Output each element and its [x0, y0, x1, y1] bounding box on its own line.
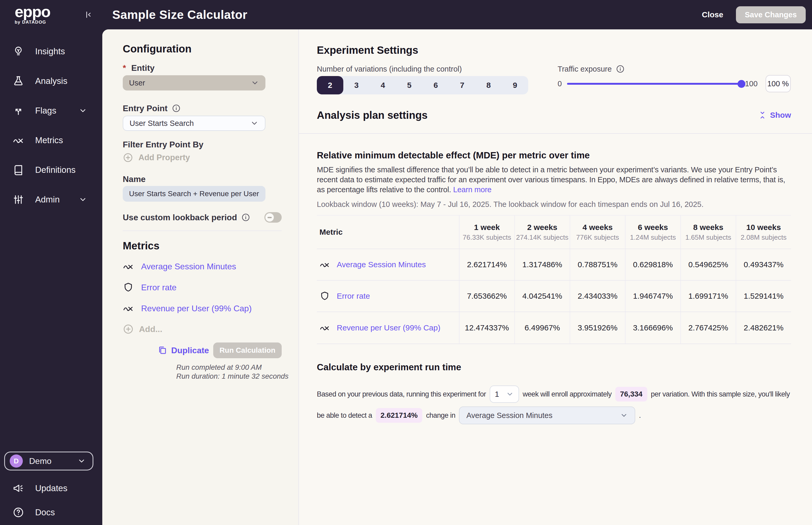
- column-subheader: 776K subjects: [576, 234, 619, 241]
- metric-line-icon: [123, 261, 134, 272]
- chevron-down-icon: [620, 411, 628, 419]
- entry-point-select[interactable]: User Starts Search: [123, 116, 266, 131]
- entity-field: *Entity User: [123, 63, 282, 90]
- mde-value: 1.529141%: [736, 281, 791, 312]
- filter-label: Filter Entry Point By: [123, 140, 204, 149]
- mde-value: 2.434033%: [570, 281, 625, 312]
- column-header: 8 weeks: [693, 223, 723, 232]
- plus-circle-icon: [123, 152, 133, 163]
- sidebar-item-insights[interactable]: Insights: [0, 40, 102, 63]
- settings-panel: Experiment Settings Number of variations…: [299, 29, 812, 525]
- column-header: 2 weeks: [527, 223, 557, 232]
- variation-option-2[interactable]: 2: [317, 76, 343, 94]
- variation-option-5[interactable]: 5: [396, 76, 422, 94]
- variation-option-3[interactable]: 3: [343, 76, 370, 94]
- mde-value: 0.549625%: [680, 249, 736, 280]
- variation-option-4[interactable]: 4: [370, 76, 396, 94]
- close-button[interactable]: Close: [702, 10, 723, 19]
- column-subheader: 274.14K subjects: [516, 234, 568, 241]
- mde-value: 0.629818%: [625, 249, 680, 280]
- metric-link[interactable]: Average Session Minutes: [141, 262, 236, 271]
- metric-line-icon: [319, 259, 330, 270]
- metric-line-icon: [123, 303, 134, 314]
- info-icon[interactable]: [241, 213, 250, 222]
- sidebar-item-docs[interactable]: Docs: [0, 501, 102, 524]
- sidebar-item-label: Metrics: [35, 135, 63, 145]
- add-metric-button[interactable]: Add...: [123, 324, 282, 335]
- flask-icon: [13, 75, 24, 87]
- run-calculation-button[interactable]: Run Calculation: [213, 343, 282, 358]
- mde-value: 6.49967%: [514, 312, 570, 344]
- workspace-switcher[interactable]: D Demo: [4, 452, 93, 470]
- table-header: Metric 1 week76.33K subjects 2 weeks274.…: [317, 215, 791, 249]
- add-property-button[interactable]: Add Property: [123, 152, 282, 163]
- logo-subtext: by DATADOG: [15, 20, 72, 25]
- sidebar-item-updates[interactable]: Updates: [0, 477, 102, 500]
- metric-link[interactable]: Error rate: [337, 291, 370, 301]
- traffic-value-input[interactable]: 100 %: [766, 75, 791, 92]
- run-completed-text: Run completed at 9:00 AM: [176, 363, 282, 372]
- calc-text: be able to detect a: [317, 411, 372, 420]
- sidebar-item-analysis[interactable]: Analysis: [0, 70, 102, 93]
- metric-item[interactable]: Average Session Minutes: [123, 261, 282, 272]
- column-subheader: 2.08M subjects: [741, 234, 786, 241]
- detect-value: 2.621714%: [376, 408, 422, 423]
- info-icon[interactable]: [172, 104, 181, 113]
- variation-option-7[interactable]: 7: [449, 76, 476, 94]
- entity-select[interactable]: User: [123, 75, 266, 90]
- learn-more-link[interactable]: Learn more: [453, 185, 492, 194]
- traffic-slider[interactable]: [567, 83, 742, 85]
- info-icon[interactable]: [616, 64, 625, 73]
- duplicate-label: Duplicate: [171, 346, 209, 355]
- column-subheader: 1.24M subjects: [630, 234, 676, 241]
- metric-select-value: Average Session Minutes: [466, 411, 552, 420]
- mde-value: 0.788751%: [570, 249, 625, 280]
- metric-select[interactable]: Average Session Minutes: [459, 406, 635, 424]
- sidebar-item-admin[interactable]: Admin: [0, 188, 102, 211]
- sidebar-item-metrics[interactable]: Metrics: [0, 129, 102, 152]
- metric-item[interactable]: Error rate: [123, 282, 282, 293]
- table-row: Average Session Minutes 2.621714% 1.3174…: [317, 249, 791, 281]
- collapse-sidebar-icon[interactable]: [84, 10, 93, 19]
- metric-link[interactable]: Revenue per User (99% Cap): [337, 323, 440, 332]
- variation-option-9[interactable]: 9: [502, 76, 528, 94]
- calc-text: Based on your previous data, running thi…: [317, 390, 486, 398]
- metric-item[interactable]: Revenue per User (99% Cap): [123, 303, 282, 314]
- sidebar-item-flags[interactable]: Flags: [0, 99, 102, 122]
- mde-value: 0.493437%: [736, 249, 791, 280]
- variation-option-6[interactable]: 6: [422, 76, 449, 94]
- chevron-down-icon: [506, 390, 514, 398]
- name-input[interactable]: [123, 186, 266, 202]
- logo-text: eppo: [15, 4, 72, 19]
- sidebar: Insights Analysis Flags Metrics Definiti…: [0, 29, 102, 525]
- metric-link[interactable]: Revenue per User (99% Cap): [141, 304, 252, 313]
- chevron-down-icon: [77, 457, 86, 465]
- show-analysis-plan-button[interactable]: Show: [758, 111, 791, 120]
- mde-value: 2.767425%: [680, 312, 736, 344]
- main-content: Configuration *Entity User Entry Point U…: [102, 29, 812, 525]
- slider-knob[interactable]: [737, 80, 746, 88]
- calc-text: .: [639, 411, 641, 420]
- divider: [123, 230, 282, 231]
- sidebar-item-definitions[interactable]: Definitions: [0, 159, 102, 181]
- traffic-exposure-block: Traffic exposure 0 100 100 %: [558, 64, 791, 94]
- metric-link[interactable]: Average Session Minutes: [337, 260, 426, 269]
- metric-link[interactable]: Error rate: [141, 283, 177, 292]
- duplicate-button[interactable]: Duplicate: [157, 346, 209, 355]
- calc-sentence-line1: Based on your previous data, running thi…: [317, 386, 791, 403]
- avatar: D: [10, 454, 23, 468]
- configuration-panel: Configuration *Entity User Entry Point U…: [102, 29, 299, 525]
- sidebar-item-label: Updates: [35, 483, 67, 493]
- weeks-select[interactable]: 1: [490, 386, 519, 403]
- mde-description-text: MDE signifies the smallest difference th…: [317, 165, 785, 194]
- shield-icon: [123, 282, 134, 293]
- copy-icon: [157, 346, 167, 355]
- divider: [299, 133, 812, 134]
- variation-option-8[interactable]: 8: [476, 76, 502, 94]
- calc-heading: Calculate by experiment run time: [317, 362, 791, 372]
- entity-value: User: [129, 79, 145, 87]
- column-header: 10 weeks: [747, 223, 781, 232]
- save-changes-button[interactable]: Save Changes: [736, 6, 806, 23]
- lookback-toggle[interactable]: [265, 212, 282, 223]
- megaphone-icon: [13, 482, 24, 494]
